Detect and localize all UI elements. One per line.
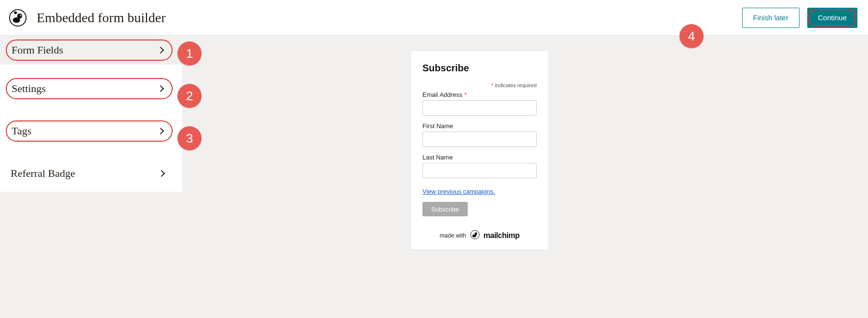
field-label-lastname: Last Name — [422, 154, 537, 161]
finish-later-button[interactable]: Finish later — [742, 8, 800, 28]
body-canvas: Form Fields Settings Tags Referral Badge… — [0, 36, 868, 318]
field-label-text: Email Address — [422, 91, 462, 98]
mailchimp-wordmark: mailchimp — [484, 231, 520, 240]
annotation-badge-3: 3 — [177, 126, 202, 150]
sidebar-row-settings: Settings — [0, 65, 182, 107]
sidebar-row-referral-badge: Referral Badge — [0, 149, 182, 192]
sidebar-row-form-fields: Form Fields — [0, 36, 182, 65]
svg-point-2 — [17, 13, 22, 18]
made-with-row: made with mailchimp — [422, 230, 537, 241]
email-input[interactable] — [422, 100, 537, 116]
mailchimp-logo-icon — [9, 9, 27, 27]
lastname-input[interactable] — [422, 163, 537, 178]
field-lastname: Last Name — [422, 154, 537, 178]
sidebar-item-referral-badge[interactable]: Referral Badge — [6, 163, 173, 184]
sidebar-item-label: Form Fields — [12, 44, 158, 56]
field-email: Email Address * — [422, 91, 537, 116]
continue-button-label: Continue — [818, 13, 847, 22]
annotation-badge-4: 4 — [679, 24, 704, 48]
sidebar-item-tags[interactable]: Tags — [6, 120, 173, 142]
chevron-right-icon — [158, 170, 165, 177]
required-note: * indicates required — [422, 82, 537, 88]
page-title: Embedded form builder — [37, 10, 165, 26]
freddie-icon — [9, 9, 27, 27]
made-with-text: made with — [440, 232, 466, 239]
mailchimp-small-logo-icon — [470, 230, 480, 241]
continue-button[interactable]: Continue — [807, 8, 857, 28]
sidebar-row-tags: Tags — [0, 107, 182, 149]
field-firstname: First Name — [422, 122, 537, 147]
chevron-right-icon — [157, 85, 164, 92]
asterisk-icon: * — [491, 82, 493, 88]
sidebar-item-label: Referral Badge — [11, 167, 159, 180]
required-note-text: indicates required — [495, 82, 537, 88]
header-bar: Embedded form builder Finish later Conti… — [0, 0, 868, 36]
form-preview-card: Subscribe * indicates required Email Add… — [411, 51, 548, 250]
preview-heading: Subscribe — [422, 63, 537, 74]
sidebar-item-label: Settings — [12, 82, 158, 95]
field-label-email: Email Address * — [422, 91, 537, 98]
svg-point-6 — [475, 232, 477, 235]
sidebar-item-settings[interactable]: Settings — [6, 78, 173, 99]
field-label-firstname: First Name — [422, 122, 537, 130]
sidebar-item-form-fields[interactable]: Form Fields — [6, 40, 173, 61]
annotation-badge-2: 2 — [177, 84, 202, 108]
sidebar-item-label: Tags — [12, 125, 158, 137]
firstname-input[interactable] — [422, 132, 537, 147]
svg-point-7 — [476, 233, 476, 234]
asterisk-icon: * — [464, 91, 467, 98]
chevron-right-icon — [157, 128, 164, 134]
svg-point-3 — [20, 15, 21, 16]
chevron-right-icon — [157, 47, 164, 53]
subscribe-button[interactable]: Subscribe — [422, 202, 468, 216]
annotation-badge-1: 1 — [177, 41, 202, 66]
view-previous-campaigns-link[interactable]: View previous campaigns. — [422, 188, 495, 195]
